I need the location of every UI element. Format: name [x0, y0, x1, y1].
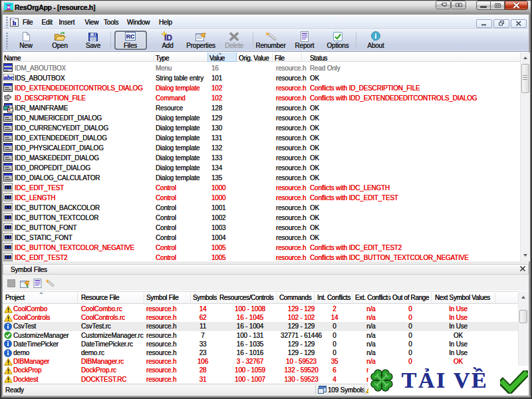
svg-text:ID: ID	[164, 33, 172, 43]
svg-text:RC: RC	[126, 33, 134, 40]
svg-text:abc: abc	[3, 74, 14, 81]
svg-text:h: h	[13, 19, 17, 27]
